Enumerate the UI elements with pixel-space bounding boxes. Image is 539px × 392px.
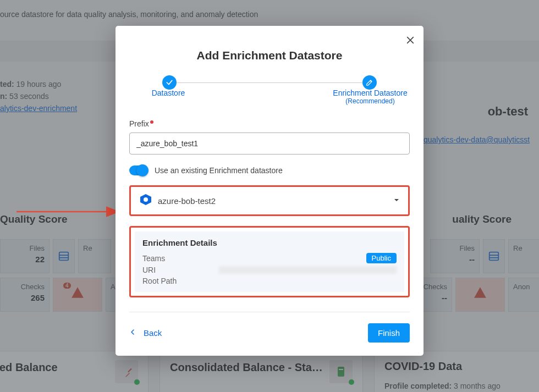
finish-button[interactable]: Finish xyxy=(368,323,410,343)
divider xyxy=(129,312,410,312)
toggle-label: Use an existing Enrichment datastore xyxy=(155,166,283,175)
enrichment-details-highlight: Enrichment Details Teams Public URI Root… xyxy=(129,226,410,297)
uri-value-redacted xyxy=(219,266,397,274)
chevron-left-icon xyxy=(129,328,136,338)
step-2-sublabel: (Recommended) xyxy=(326,97,414,105)
svg-point-11 xyxy=(144,197,148,202)
step-1-icon xyxy=(162,75,177,90)
prefix-label: Prefix xyxy=(129,119,410,128)
modal-title: Add Enrichment Datastore xyxy=(129,49,410,62)
enrichment-details-title: Enrichment Details xyxy=(142,238,397,247)
use-existing-toggle[interactable] xyxy=(129,165,148,175)
step-2-icon xyxy=(362,75,377,90)
prefix-input[interactable] xyxy=(129,132,410,154)
step-1-label[interactable]: Datastore xyxy=(149,89,188,97)
back-label: Back xyxy=(144,328,162,338)
datastore-select[interactable]: azure-bob-test2 xyxy=(135,191,404,211)
datastore-select-highlight: azure-bob-test2 xyxy=(129,185,410,216)
step-2-label[interactable]: Enrichment Datastore xyxy=(326,89,414,97)
required-indicator xyxy=(150,120,153,124)
uri-label: URI xyxy=(142,266,156,274)
public-badge: Public xyxy=(366,253,397,263)
close-icon[interactable] xyxy=(406,34,415,48)
bigquery-icon xyxy=(139,193,152,208)
dropdown-icon xyxy=(393,196,400,206)
wizard-stepper: Datastore Enrichment Datastore (Recommen… xyxy=(162,75,377,105)
enrichment-details-panel: Enrichment Details Teams Public URI Root… xyxy=(135,231,404,292)
teams-label: Teams xyxy=(142,254,165,263)
datastore-select-value: azure-bob-test2 xyxy=(158,196,393,206)
root-path-label: Root Path xyxy=(142,277,177,285)
add-enrichment-datastore-modal: Add Enrichment Datastore Datastore Enric… xyxy=(116,26,424,356)
back-button[interactable]: Back xyxy=(129,328,162,338)
